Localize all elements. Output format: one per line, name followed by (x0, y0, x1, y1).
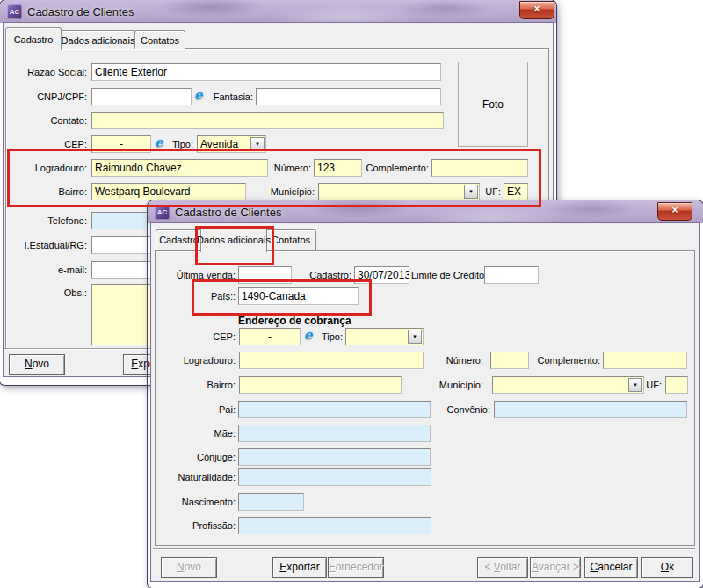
tipo-label: Tipo: (167, 139, 193, 150)
novo-button: Novo (161, 557, 217, 578)
fantasia-input[interactable] (256, 88, 441, 105)
tipo-select-value: Avenida (200, 138, 238, 150)
voltar-button: < Voltar (477, 557, 528, 578)
mae-label: Mãe: (148, 428, 236, 439)
cnpj-label: CNPJ/CPF: (0, 91, 87, 103)
endereco-cobranca-header: Endereço de cobrança (238, 315, 352, 327)
chevron-down-icon[interactable]: ▼ (408, 330, 422, 344)
mae-input[interactable] (238, 425, 431, 442)
close-icon[interactable]: × (657, 202, 692, 221)
uf-input[interactable] (665, 376, 688, 394)
avancar-button: Avançar > (530, 557, 581, 578)
bairro-input[interactable] (239, 376, 402, 394)
limite-credito-input[interactable] (484, 266, 539, 284)
pais-label: País:: (148, 291, 236, 302)
cancelar-button[interactable]: Cancelar (584, 557, 638, 578)
front-tab-page (155, 250, 695, 546)
complemento-input[interactable] (431, 159, 528, 177)
novo-button[interactable]: Novo (9, 354, 65, 375)
foto-box: Foto (458, 62, 528, 147)
profissao-input[interactable] (238, 517, 431, 534)
razao-social-label: Razão Social: (0, 67, 87, 78)
uf-label: UF: (637, 380, 662, 391)
iestadual-label: I.Estadual/RG: (0, 240, 87, 251)
numero-label: Número: (269, 163, 311, 174)
app-icon: AC (7, 4, 22, 19)
cep-input[interactable]: - (91, 135, 151, 153)
profissao-label: Profissão: (148, 520, 236, 532)
tipo-label: Tipo: (316, 331, 343, 343)
conjuge-input[interactable] (238, 448, 431, 466)
tab-dados-adicionais[interactable]: Dados adicionais (200, 227, 267, 252)
convenio-input[interactable] (494, 401, 687, 418)
tipo-select[interactable]: ▼ (345, 328, 424, 345)
complemento-label: Complemento: (536, 355, 600, 367)
fornecedor-button: Fornecedor (328, 557, 384, 578)
cep-label: CEP: (0, 139, 87, 150)
tipo-select[interactable]: Avenida ▼ (197, 135, 266, 153)
numero-input[interactable] (490, 352, 529, 369)
chevron-down-icon[interactable]: ▼ (464, 185, 478, 199)
obs-label: Obs.: (0, 287, 87, 299)
window-title: Cadastro de Clientes (175, 206, 281, 219)
complemento-input[interactable] (603, 352, 687, 369)
municipio-label: Município: (431, 380, 483, 391)
tab-cadastro[interactable]: Cadastro (156, 229, 202, 250)
separator (153, 548, 695, 550)
municipio-label: Município: (262, 186, 315, 198)
fantasia-label: Fantasia: (207, 91, 253, 103)
window-title: Cadastro de Clientes (27, 5, 134, 18)
limite-credito-label: Limite de Crédito: (411, 270, 482, 281)
uf-label: UF: (482, 186, 501, 198)
pai-input[interactable] (238, 401, 431, 418)
numero-input[interactable]: 123 (314, 159, 362, 177)
close-icon[interactable]: × (519, 1, 554, 19)
ultima-venda-input[interactable] (238, 266, 292, 284)
logradouro-label: Logradouro: (0, 163, 87, 174)
cadastro-data-label: Cadastro: (297, 270, 352, 281)
razao-social-input[interactable]: Cliente Exterior (91, 63, 441, 81)
pai-label: Pai: (148, 404, 236, 416)
cep-input[interactable]: - (239, 328, 301, 345)
municipio-select[interactable]: ▼ (492, 376, 644, 394)
naturalidade-label: Naturalidade: (148, 472, 236, 483)
app-icon: AC (155, 205, 170, 220)
naturalidade-input[interactable] (238, 468, 431, 486)
cep-label: CEP: (148, 331, 236, 343)
desktop: AC Cadastro de Clientes × Cadastro Dados… (0, 0, 703, 588)
nascimento-label: Nascimento: (148, 497, 236, 508)
ultima-venda-label: Última venda: (148, 270, 236, 281)
tab-contatos[interactable]: Contatos (265, 229, 316, 250)
municipio-select[interactable]: ▼ (318, 183, 480, 200)
logradouro-input[interactable] (239, 352, 424, 369)
exportar-button[interactable]: Exportar (272, 557, 327, 578)
front-window: AC Cadastro de Clientes × Cadastro Dados… (148, 200, 703, 588)
bairro-label: Bairro: (148, 380, 236, 391)
tab-dados-adicionais[interactable]: Dados adicionais (60, 30, 136, 49)
conjuge-label: Cônjuge: (148, 452, 236, 463)
tab-cadastro[interactable]: Cadastro (5, 27, 62, 50)
convenio-label: Convênio: (434, 404, 490, 416)
telefone-label: Telefone: (0, 215, 87, 227)
bairro-input[interactable]: Westparq Boulevard (91, 183, 246, 200)
cnpj-input[interactable] (91, 88, 192, 105)
logradouro-input[interactable]: Raimundo Chavez (91, 159, 268, 177)
pais-input[interactable]: 1490-Canada (238, 287, 359, 305)
nascimento-input[interactable] (238, 493, 304, 511)
uf-input[interactable]: EX (504, 183, 528, 200)
complemento-label: Complemento: (362, 163, 429, 174)
ok-button[interactable]: Ok (641, 557, 693, 578)
bairro-label: Bairro: (0, 186, 87, 198)
contato-input[interactable] (91, 112, 444, 129)
contato-label: Contato: (0, 115, 87, 127)
tab-contatos[interactable]: Contatos (134, 30, 185, 49)
email-label: e-mail: (0, 265, 87, 276)
logradouro-label: Logradouro: (148, 355, 236, 367)
numero-label: Número: (427, 355, 483, 367)
chevron-down-icon[interactable]: ▼ (250, 137, 265, 151)
cadastro-data-input[interactable]: 30/07/2013 (354, 266, 409, 284)
